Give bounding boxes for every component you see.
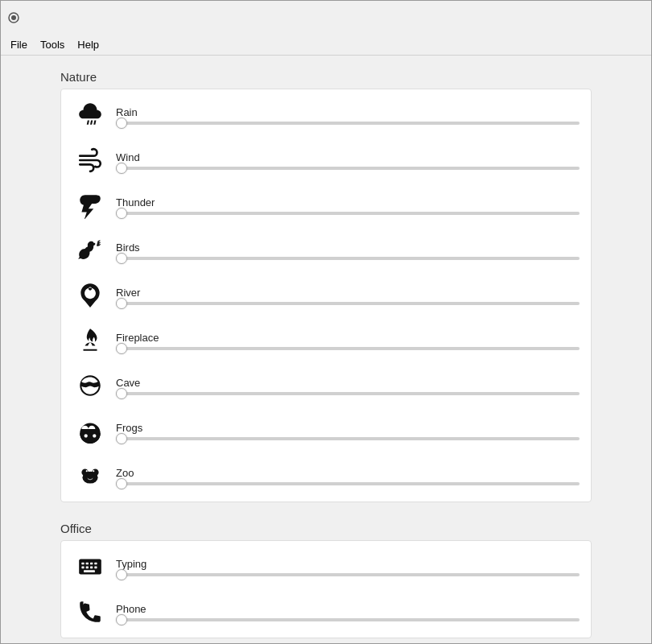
sound-controls-fireplace: Fireplace [116, 332, 580, 350]
sound-name-fireplace: Fireplace [116, 332, 580, 344]
thunder-icon [72, 188, 108, 223]
section-panel-nature: RainWindThunderBirdsRiverFireplaceCaveFr… [60, 89, 592, 502]
app-icon [7, 11, 20, 24]
sound-item-wind: Wind [61, 138, 591, 183]
sound-controls-typing: Typing [116, 558, 580, 576]
slider-typing[interactable] [116, 573, 580, 576]
minimize-button[interactable] [530, 6, 567, 30]
slider-container-birds [116, 257, 580, 260]
app-window: FileToolsHelp NatureRainWindThunderBirds… [0, 0, 652, 644]
sound-name-phone: Phone [116, 603, 580, 615]
slider-birds[interactable] [116, 257, 580, 260]
slider-cave[interactable] [116, 392, 580, 395]
menu-bar: FileToolsHelp [1, 35, 651, 56]
sound-name-cave: Cave [116, 377, 580, 389]
sound-item-fireplace: Fireplace [61, 318, 591, 363]
slider-container-typing [116, 573, 580, 576]
sound-controls-river: River [116, 287, 580, 305]
sound-name-birds: Birds [116, 242, 580, 254]
zoo-icon [72, 458, 108, 493]
svg-rect-12 [90, 563, 93, 565]
sound-controls-birds: Birds [116, 242, 580, 260]
fireplace-icon [72, 323, 108, 358]
rain-icon [72, 97, 108, 133]
svg-rect-18 [84, 570, 95, 572]
section-title-nature: Nature [60, 70, 592, 84]
svg-rect-16 [90, 566, 93, 568]
menu-item-help[interactable]: Help [71, 36, 105, 53]
slider-container-fireplace [116, 347, 580, 350]
sound-controls-rain: Rain [116, 106, 580, 125]
sound-item-river: River [61, 273, 591, 318]
slider-container-cave [116, 392, 580, 395]
svg-rect-13 [94, 563, 97, 565]
birds-icon [72, 233, 108, 268]
sound-item-frogs: Frogs [61, 408, 591, 453]
svg-rect-17 [94, 566, 97, 568]
sound-name-rain: Rain [116, 106, 580, 118]
svg-rect-14 [81, 566, 84, 568]
section-title-office: Office [60, 522, 592, 535]
sound-item-phone: Phone [61, 589, 591, 634]
slider-container-phone [116, 618, 580, 621]
sound-name-zoo: Zoo [116, 467, 580, 479]
menu-item-tools[interactable]: Tools [34, 36, 71, 53]
content-area[interactable]: NatureRainWindThunderBirdsRiverFireplace… [1, 56, 651, 643]
sound-controls-frogs: Frogs [116, 422, 580, 440]
svg-point-8 [93, 470, 94, 472]
sound-controls-zoo: Zoo [116, 467, 580, 485]
svg-rect-10 [81, 563, 84, 565]
typing-icon [72, 549, 108, 584]
slider-container-frogs [116, 437, 580, 440]
cave-icon [72, 368, 108, 403]
sound-name-river: River [116, 287, 580, 299]
svg-rect-15 [86, 566, 89, 568]
frogs-icon [72, 413, 108, 448]
sound-name-thunder: Thunder [116, 196, 580, 208]
svg-point-7 [86, 470, 88, 472]
river-icon [72, 278, 108, 313]
sound-item-cave: Cave [61, 363, 591, 408]
svg-rect-11 [86, 563, 89, 565]
slider-wind[interactable] [116, 167, 580, 170]
phone-icon [72, 594, 108, 630]
sound-name-typing: Typing [116, 558, 580, 570]
slider-container-rain [116, 122, 580, 125]
sound-item-zoo: Zoo [61, 453, 591, 498]
close-button[interactable] [608, 6, 645, 30]
slider-zoo[interactable] [116, 482, 580, 485]
menu-item-file[interactable]: File [4, 36, 34, 53]
section-panel-office: TypingPhone [60, 540, 592, 638]
slider-river[interactable] [116, 302, 580, 305]
wind-icon [72, 142, 108, 178]
sound-item-thunder: Thunder [61, 183, 591, 228]
window-controls [530, 6, 645, 30]
slider-container-zoo [116, 482, 580, 485]
maximize-button[interactable] [569, 6, 606, 30]
slider-container-thunder [116, 212, 580, 215]
svg-point-1 [11, 15, 16, 20]
sound-controls-cave: Cave [116, 377, 580, 395]
sound-item-typing: Typing [61, 544, 591, 589]
sound-controls-phone: Phone [116, 603, 580, 621]
sound-name-wind: Wind [116, 151, 580, 163]
slider-fireplace[interactable] [116, 347, 580, 350]
sound-item-rain: Rain [61, 93, 591, 138]
sound-controls-wind: Wind [116, 151, 580, 170]
slider-container-river [116, 302, 580, 305]
sound-controls-thunder: Thunder [116, 196, 580, 215]
sound-item-birds: Birds [61, 228, 591, 273]
title-bar [1, 1, 651, 35]
slider-thunder[interactable] [116, 212, 580, 215]
slider-rain[interactable] [116, 122, 580, 125]
sound-name-frogs: Frogs [116, 422, 580, 434]
slider-container-wind [116, 167, 580, 170]
slider-phone[interactable] [116, 618, 580, 621]
slider-frogs[interactable] [116, 437, 580, 440]
